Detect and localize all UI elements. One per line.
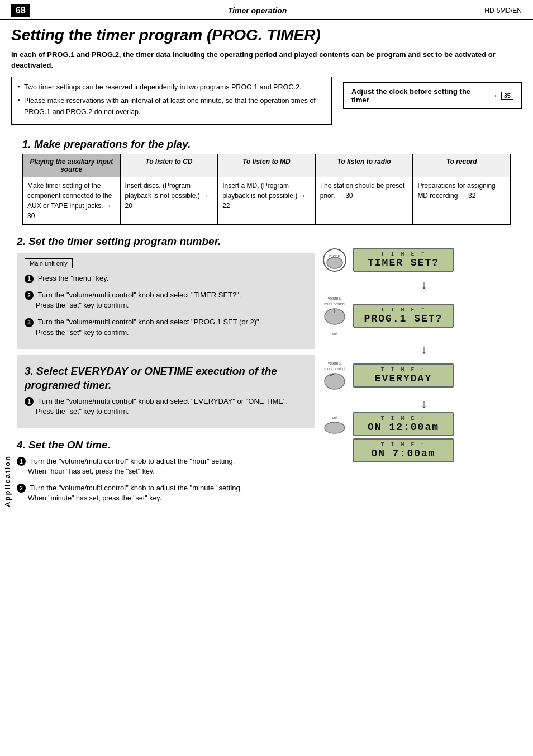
svg-text:set: set (332, 331, 338, 336)
step4-1-num: 1 (17, 457, 26, 466)
lcd-4-line1: T I M E r (360, 415, 447, 422)
step2-1-num: 1 (25, 275, 34, 284)
section2-left: 2. Set the timer setting program number.… (17, 235, 315, 510)
lcd-2-line2: PROG.1 SET? (360, 313, 447, 324)
step2-1-text: Press the "menu" key. (38, 274, 109, 282)
clock-note-area: Adjust the clock before setting the time… (343, 77, 522, 125)
lcd-1-screen: T I M E r TIMER SET? (353, 248, 454, 272)
step4-2-text: Turn the "volume/multi control" knob to … (30, 484, 242, 492)
step3-1-sub: Press the "set" key to confirm. (36, 407, 307, 417)
play-table-body: Make timer setting of the component conn… (23, 177, 510, 224)
arrow-down-1: ↓ (326, 277, 522, 292)
step2-2: 2 Turn the "volume/multi control" knob a… (25, 290, 307, 311)
step3-1-num: 1 (25, 397, 34, 406)
lcd-3-line2: EVERYDAY (360, 373, 447, 384)
svg-text:set: set (332, 415, 338, 420)
step3-1-text: Turn the "volume/multi control" knob and… (37, 397, 288, 405)
set-knob-icon-1: set (321, 412, 349, 434)
volume-knob-icon-1: volume/ multi control (321, 293, 349, 327)
section3-heading: 3. Select EVERYDAY or ONETIME execution … (25, 360, 307, 395)
step2-3-text: Turn the "volume/multi control" knob and… (37, 318, 261, 326)
diagram-menu: menu T I M E r TIMER SET? (321, 246, 522, 274)
step2-2-num: 2 (25, 291, 34, 300)
svg-text:volume/: volume/ (328, 296, 342, 300)
svg-point-10 (325, 374, 345, 389)
page-number: 68 (11, 4, 30, 17)
step4-2-sub: When "minute" has set, press the "set" k… (28, 493, 315, 504)
clock-note-text: Adjust the clock before setting the time… (351, 87, 488, 104)
lcd-3-line1: T I M E r (360, 367, 447, 373)
step4-1-text: Turn the "volume/multi control" knob to … (30, 457, 235, 465)
page-title: Setting the timer program (PROG. TIMER) (0, 20, 533, 49)
step2-3: 3 Turn the "volume/multi control" knob a… (25, 316, 307, 338)
lcd-3-screen: T I M E r EVERYDAY (353, 363, 454, 388)
menu-knob-icon: menu (321, 246, 349, 274)
play-table: Playing the auxiliary input source To li… (22, 154, 511, 225)
step4-2-num: 2 (17, 484, 26, 493)
table-header-1: To listen to CD (121, 154, 218, 177)
svg-point-2 (327, 257, 342, 268)
volume-knob-icon-2: volume/ multi control (321, 358, 349, 391)
info-section: Two timer settings can be reserved indep… (0, 77, 533, 130)
step2-2-sub: Press the "set" key to confirm. (36, 300, 307, 311)
table-header-3: To listen to radio (316, 154, 413, 177)
table-header-0: Playing the auxiliary input source (23, 154, 121, 177)
table-header-2: To listen to MD (218, 154, 316, 177)
clock-ref: 35 (501, 92, 513, 100)
table-cell-3: The station should be preset prior. → 30 (316, 177, 413, 224)
top-bar: 68 Timer operation HD-5MD/EN (0, 0, 533, 20)
arrow-down-2: ↓ (326, 342, 522, 357)
section2-heading: 2. Set the timer setting program number. (17, 235, 315, 249)
table-cell-1: Insert discs. (Program playback is not p… (121, 177, 218, 224)
application-label: Application (3, 455, 12, 507)
step4-1: 1 Turn the "volume/multi control" knob t… (17, 456, 315, 477)
volume-knob-area-1: volume/ multi control set (321, 293, 349, 339)
lcd-4-line2: ON 12:00am (360, 422, 447, 433)
step2-3-num: 3 (25, 318, 34, 327)
main-unit-badge: Main unit only (25, 258, 73, 268)
model-label: HD-5MD/EN (484, 7, 522, 15)
section2-layout: 2. Set the timer setting program number.… (0, 235, 533, 510)
info-bullet-2: Please make reservations with an interva… (17, 95, 326, 117)
table-cell-0: Make timer setting of the component conn… (23, 177, 121, 224)
clock-note-box: Adjust the clock before setting the time… (343, 82, 522, 109)
diagram-vol-1: volume/ multi control set T I M E r PROG… (321, 293, 522, 339)
section1-heading: 1. Make preparations for the play. (11, 134, 522, 154)
table-cell-4: Preparations for assigning MD recording … (413, 177, 510, 224)
section3-block: 3. Select EVERYDAY or ONETIME execution … (17, 355, 315, 428)
lcd-1-line2: TIMER SET? (360, 257, 447, 268)
set-knob-area-1: set (321, 412, 349, 436)
step2-3-sub: Press the "set" key to confirm. (36, 328, 307, 338)
table-header-4: To record (413, 154, 510, 177)
lcd-1-line1: T I M E r (360, 251, 447, 257)
set-button-1: set (326, 328, 343, 339)
lcd-4-screen: T I M E r ON 12:00am (353, 412, 454, 436)
step2-2-text: Turn the "volume/multi control" knob and… (37, 291, 241, 299)
section4-block: 4. Set the ON time. 1 Turn the "volume/m… (17, 434, 315, 504)
info-bullets-list: Two timer settings can be reserved indep… (17, 82, 326, 117)
step4-1-sub: When "hour" has set, press the "set" key… (28, 466, 315, 477)
section1: 1. Make preparations for the play. Playi… (0, 130, 533, 235)
menu-knob-area: menu (321, 246, 349, 274)
lcd-2-screen: T I M E r PROG.1 SET? (353, 304, 454, 328)
clock-arrow: → (491, 92, 498, 100)
info-bullet-1: Two timer settings can be reserved indep… (17, 82, 326, 93)
lcd-2-line1: T I M E r (360, 307, 447, 313)
volume-knob-area-2: volume/ multi control (321, 358, 349, 393)
table-cell-2: Insert a MD. (Program playback is not po… (218, 177, 316, 224)
section4-heading: 4. Set the ON time. (17, 434, 315, 456)
diagram-on-1: set T I M E r ON 12:00am (321, 412, 522, 436)
diagram-everyday: volume/ multi control T I M E r EVERYDAY (321, 358, 522, 393)
svg-text:volume/: volume/ (328, 361, 342, 365)
play-table-header: Playing the auxiliary input source To li… (23, 154, 510, 177)
intro-paragraph: In each of PROG.1 and PROG.2, the timer … (0, 49, 533, 77)
svg-point-13 (325, 422, 345, 433)
svg-text:multi control: multi control (324, 367, 345, 371)
lcd-5-line2: ON 7:00am (360, 448, 447, 459)
section-label: Timer operation (228, 6, 287, 15)
diagrams-column: menu T I M E r TIMER SET? ↓ volume/ (321, 235, 522, 510)
application-sidebar: Application (2, 436, 12, 526)
step3-1: 1 Turn the "volume/multi control" knob a… (25, 396, 307, 417)
section2-badge-block: Main unit only 1 Press the "menu" key. 2… (17, 253, 315, 349)
arrow-down-3: ↓ (326, 396, 522, 411)
